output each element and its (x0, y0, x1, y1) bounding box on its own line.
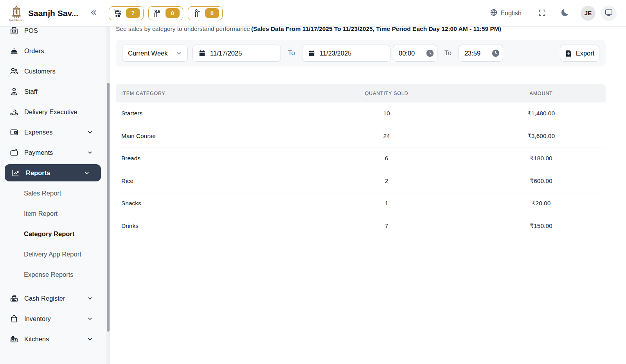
badge-count: 0 (205, 8, 219, 18)
waiter-icon (192, 9, 201, 18)
sidebar-item-delivery-app-report[interactable]: Delivery App Report (0, 244, 106, 264)
sidebar-item-cash-register[interactable]: Cash Register (0, 288, 106, 308)
category-report-table: ITEM CATEGORY QUANTITY SOLD AMOUNT Start… (116, 84, 606, 237)
cell-amount: ₹1,480.00 (477, 110, 606, 117)
table-row: Snacks1₹20.00 (116, 192, 606, 215)
sidebar-item-label: Delivery App Report (24, 251, 81, 258)
chevron-down-icon (84, 170, 90, 176)
time-from-input[interactable]: 00:00 (393, 45, 437, 62)
filter-bar: Current Week 11/17/2025 To 11/23/2025 00… (116, 40, 606, 66)
cell-quantity: 6 (297, 155, 477, 162)
top-header: SaanjhSavoury Saanjh Sav... 700 English … (0, 0, 626, 27)
time-from-value: 00:00 (399, 50, 415, 57)
sidebar-item-delivery-executive[interactable]: Delivery Executive (0, 102, 106, 122)
dine-in-badge-button[interactable]: 0 (148, 6, 183, 20)
table-row: Starters10₹1,480.00 (116, 102, 606, 125)
delivery-executive-icon (9, 107, 19, 117)
time-to-input[interactable]: 23:59 (459, 45, 503, 62)
sidebar-item-staff[interactable]: Staff (0, 81, 106, 102)
date-to-input[interactable]: 11/23/2025 (302, 45, 390, 62)
sidebar-scrollbar-thumb[interactable] (107, 83, 110, 332)
cell-quantity: 2 (297, 178, 477, 185)
reports-icon (11, 168, 20, 178)
sidebar-item-reports[interactable]: Reports (5, 164, 101, 181)
chevron-down-icon (87, 295, 93, 301)
sidebar-item-label: Payments (24, 149, 53, 156)
date-range-select[interactable]: Current Week (122, 45, 188, 62)
cell-category: Rice (116, 178, 297, 185)
sidebar-item-kitchens[interactable]: Kitchens (0, 329, 106, 349)
language-selector[interactable]: English (490, 9, 522, 18)
sidebar-collapse-button[interactable] (88, 8, 99, 18)
cell-quantity: 10 (297, 110, 477, 117)
host-desk-icon (153, 9, 162, 18)
sidebar-item-sales-report[interactable]: Sales Report (0, 183, 106, 203)
cell-category: Main Course (116, 133, 297, 140)
sidebar-item-label: Customers (24, 68, 56, 75)
to-label: To (444, 49, 452, 57)
sidebar-item-expense-reports[interactable]: Expense Reports (0, 264, 106, 285)
chevron-down-icon (87, 316, 93, 322)
expenses-icon (9, 127, 19, 137)
sidebar-item-orders[interactable]: Orders (0, 41, 106, 61)
payments-icon (9, 148, 19, 157)
table-body: Starters10₹1,480.00Main Course24₹3,600.0… (116, 102, 606, 237)
download-icon (565, 50, 572, 57)
cell-amount: ₹20.00 (477, 200, 606, 207)
logo-caption: SaanjhSavoury (9, 19, 24, 21)
sidebar-item-inventory[interactable]: Inventory (0, 308, 106, 329)
table-row: Rice2₹600.00 (116, 170, 606, 193)
sidebar-item-label: Orders (24, 47, 44, 55)
fullscreen-button[interactable] (538, 9, 546, 18)
sidebar-item-category-report[interactable]: Category Report (0, 224, 106, 244)
time-to-value: 23:59 (464, 50, 480, 57)
date-from-input[interactable]: 11/17/2025 (192, 45, 281, 62)
cell-quantity: 1 (297, 200, 477, 207)
globe-icon (490, 9, 498, 18)
staff-icon (9, 87, 19, 96)
chevron-down-icon (87, 149, 93, 156)
sidebar-item-customers[interactable]: Customers (0, 61, 106, 81)
cell-category: Drinks (116, 222, 297, 230)
date-to-value: 11/23/2025 (320, 50, 351, 57)
fullscreen-icon (538, 9, 546, 18)
sidebar-item-label: Delivery Executive (24, 108, 77, 116)
cart-orders-badge-button[interactable]: 7 (109, 6, 144, 20)
avatar[interactable]: JE (581, 6, 595, 21)
dark-mode-toggle[interactable] (560, 8, 570, 18)
column-header-item-category: ITEM CATEGORY (116, 91, 297, 96)
customers-icon (9, 66, 19, 76)
sidebar-item-label: Expenses (24, 129, 52, 136)
sidebar-item-label: Reports (26, 169, 50, 177)
sidebar-item-label: Cash Register (24, 295, 65, 302)
cell-category: Breads (116, 155, 297, 162)
sidebar-scrollbar[interactable] (106, 27, 110, 364)
display-mode-button[interactable] (601, 5, 617, 21)
cell-quantity: 7 (297, 222, 477, 230)
main-content: Category Report See sales by category to… (110, 0, 626, 237)
monitor-icon (604, 8, 613, 18)
app-logo: SaanjhSavoury (9, 3, 24, 23)
clock-icon (426, 49, 434, 57)
sidebar-item-label: Inventory (24, 315, 51, 323)
sidebar-item-label: Sales Report (24, 190, 61, 197)
sidebar-item-label: Staff (24, 88, 38, 95)
sidebar-item-payments[interactable]: Payments (0, 142, 106, 163)
export-button[interactable]: Export (560, 45, 599, 62)
sidebar-item-expenses[interactable]: Expenses (0, 122, 106, 142)
chevron-down-icon (87, 336, 93, 342)
sidebar-item-pos[interactable]: POS (0, 27, 106, 41)
pos-icon (9, 27, 19, 35)
moon-icon (560, 8, 570, 18)
cell-category: Snacks (116, 200, 297, 207)
sidebar-item-item-report[interactable]: Item Report (0, 203, 106, 224)
sidebar-item-label: POS (24, 27, 38, 34)
badge-count: 0 (165, 8, 180, 18)
export-button-label: Export (576, 50, 595, 57)
clock-icon (491, 49, 500, 57)
cart-check-icon (113, 9, 122, 18)
double-chevron-left-icon (88, 8, 99, 18)
table-row: Drinks7₹150.00 (116, 215, 606, 238)
waiter-badge-button[interactable]: 0 (188, 6, 223, 20)
sidebar-item-label: Item Report (24, 210, 58, 217)
